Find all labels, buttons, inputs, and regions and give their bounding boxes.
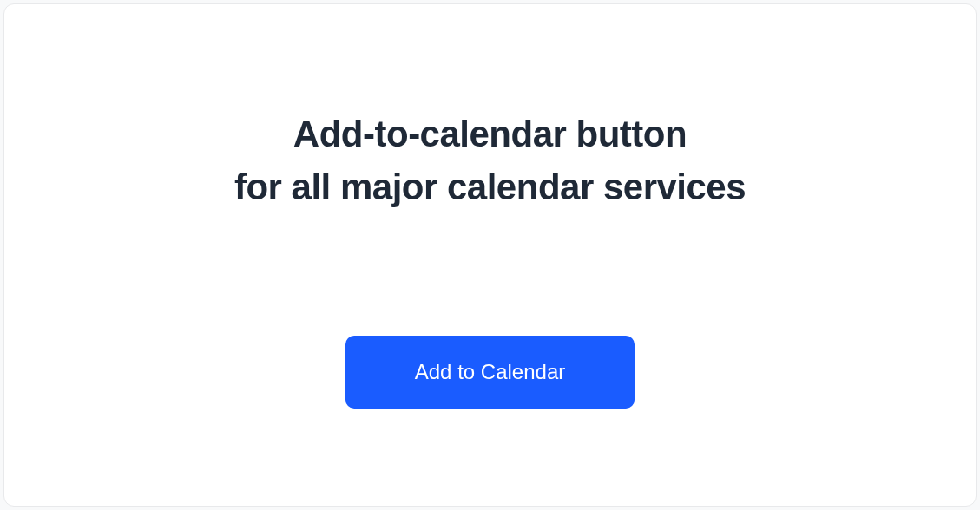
card-heading: Add-to-calendar button for all major cal… [234, 108, 746, 214]
add-to-calendar-button[interactable]: Add to Calendar [345, 336, 635, 409]
heading-line-2: for all major calendar services [234, 161, 746, 214]
heading-line-1: Add-to-calendar button [234, 108, 746, 161]
promo-card: Add-to-calendar button for all major cal… [3, 3, 977, 507]
